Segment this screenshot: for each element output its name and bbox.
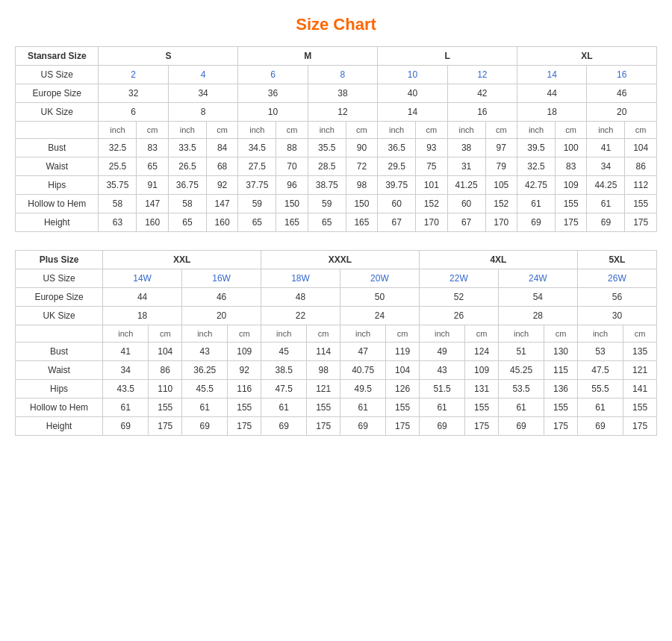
- plus-us-size-value: 18W: [261, 269, 340, 288]
- plus-measurement-value: 43.5: [103, 380, 149, 398]
- measurement-value: 84: [206, 139, 237, 157]
- l-group: L: [378, 47, 517, 66]
- plus-measurement-value: 175: [623, 417, 657, 436]
- plus-measurement-value: 135: [623, 343, 657, 361]
- measurement-value: 104: [625, 139, 657, 157]
- inch-label: inch: [587, 122, 625, 139]
- plus-unit-subheader-row: inchcminchcminchcminchcminchcminchcminch…: [16, 325, 657, 343]
- standard-size-label: Stansard Size: [16, 47, 99, 66]
- us-size-value: 16: [587, 66, 657, 84]
- us-size-value: 12: [447, 66, 517, 84]
- measurement-value: 147: [206, 195, 237, 213]
- measurement-value: 61: [517, 195, 556, 213]
- us-size-row: US Size246810121416: [16, 66, 657, 84]
- plus-uk-value: 30: [577, 307, 656, 325]
- cm-label: cm: [137, 122, 168, 139]
- europe-size-value: 36: [238, 84, 308, 103]
- measurement-value: 59: [238, 195, 276, 213]
- measurement-row: Waist25.56526.56827.57028.57229.57531793…: [16, 157, 657, 176]
- standard-body: US Size246810121416Europe Size3234363840…: [16, 66, 657, 232]
- uk-size-value: 16: [447, 103, 517, 122]
- measurement-value: 41.25: [447, 176, 485, 195]
- measurement-value: 35.75: [99, 176, 137, 195]
- measurement-value: 86: [625, 157, 657, 176]
- plus-measurement-value: 175: [386, 417, 420, 436]
- europe-size-row: Europe Size3234363840424446: [16, 84, 657, 103]
- cm-label: cm: [346, 122, 377, 139]
- plus-measurement-value: 53: [577, 343, 623, 361]
- plus-us-size-value: 16W: [182, 269, 261, 288]
- unit-subheader-row: inchcminchcminchcminchcminchcminchcminch…: [16, 122, 657, 139]
- plus-europe-value: 44: [103, 288, 182, 307]
- plus-us-size-row: US Size14W16W18W20W22W24W26W: [16, 269, 657, 288]
- plus-measurement-value: 155: [465, 398, 499, 417]
- plus-measurement-value: 175: [544, 417, 578, 436]
- measurement-value: 109: [555, 176, 586, 195]
- measurement-value: 38.75: [308, 176, 346, 195]
- plus-us-size-value: 26W: [577, 269, 656, 288]
- measurement-value: 28.5: [308, 157, 346, 176]
- measurement-value: 92: [206, 176, 237, 195]
- measurement-value: 72: [346, 157, 377, 176]
- measurement-value: 41: [587, 139, 625, 157]
- plus-measurement-value: 104: [386, 361, 420, 380]
- plus-uk-label: UK Size: [16, 307, 103, 325]
- plus-europe-value: 50: [340, 288, 419, 307]
- plus-measurement-value: 49: [419, 343, 464, 361]
- measurement-value: 75: [416, 157, 447, 176]
- plus-measurement-value: 119: [386, 343, 420, 361]
- plus-inch-label: inch: [340, 325, 385, 343]
- plus-measurement-value: 45.25: [498, 361, 544, 380]
- measurement-label: Waist: [16, 157, 99, 176]
- plus-inch-label: inch: [103, 325, 149, 343]
- measurement-value: 42.75: [517, 176, 556, 195]
- inch-label: inch: [517, 122, 556, 139]
- plus-measurement-row: Hollow to Hem611556115561155611556115561…: [16, 398, 657, 417]
- measurement-value: 60: [378, 195, 416, 213]
- uk-size-row: UK Size68101214161820: [16, 103, 657, 122]
- plus-measurement-value: 69: [182, 417, 228, 436]
- measurement-value: 34.5: [238, 139, 276, 157]
- measurement-value: 65: [308, 213, 346, 232]
- measurement-value: 61: [587, 195, 625, 213]
- plus-us-size-value: 20W: [340, 269, 419, 288]
- plus-measurement-value: 92: [228, 361, 261, 380]
- plus-measurement-label: Waist: [16, 361, 103, 380]
- plus-measurement-value: 51.5: [419, 380, 464, 398]
- plus-measurement-value: 175: [465, 417, 499, 436]
- plus-measurement-value: 155: [307, 398, 340, 417]
- measurement-row: Bust32.58333.58434.58835.59036.593389739…: [16, 139, 657, 157]
- plus-measurement-value: 155: [149, 398, 182, 417]
- plus-measurement-value: 47.5: [261, 380, 307, 398]
- plus-us-size-value: 14W: [103, 269, 182, 288]
- us-size-value: 6: [238, 66, 308, 84]
- europe-size-label: Europe Size: [16, 84, 99, 103]
- us-size-value: 4: [168, 66, 237, 84]
- measurement-value: 58: [99, 195, 137, 213]
- plus-measurement-value: 155: [623, 398, 657, 417]
- measurement-value: 67: [378, 213, 416, 232]
- plus-measurement-row: Bust41104431094511447119491245113053135: [16, 343, 657, 361]
- plus-measurement-value: 104: [149, 343, 182, 361]
- plus-cm-label: cm: [623, 325, 657, 343]
- plus-measurement-value: 109: [228, 343, 261, 361]
- plus-measurement-value: 175: [228, 417, 261, 436]
- plus-size-chart: Plus Size XXL XXXL 4XL 5XL US Size14W16W…: [15, 250, 657, 436]
- plus-measurement-value: 53.5: [498, 380, 544, 398]
- plus-measurement-label: Height: [16, 417, 103, 436]
- plus-cm-label: cm: [228, 325, 261, 343]
- measurement-value: 170: [416, 213, 447, 232]
- measurement-value: 60: [447, 195, 485, 213]
- plus-measurement-value: 51: [498, 343, 544, 361]
- plus-measurement-value: 45.5: [182, 380, 228, 398]
- plus-measurement-value: 38.5: [261, 361, 307, 380]
- plus-measurement-value: 126: [386, 380, 420, 398]
- measurement-value: 38: [447, 139, 485, 157]
- inch-label: inch: [308, 122, 346, 139]
- measurement-value: 165: [276, 213, 308, 232]
- uk-size-value: 12: [308, 103, 377, 122]
- plus-cm-label: cm: [307, 325, 340, 343]
- plus-measurement-value: 130: [544, 343, 578, 361]
- uk-size-value: 10: [238, 103, 308, 122]
- plus-measurement-value: 155: [228, 398, 261, 417]
